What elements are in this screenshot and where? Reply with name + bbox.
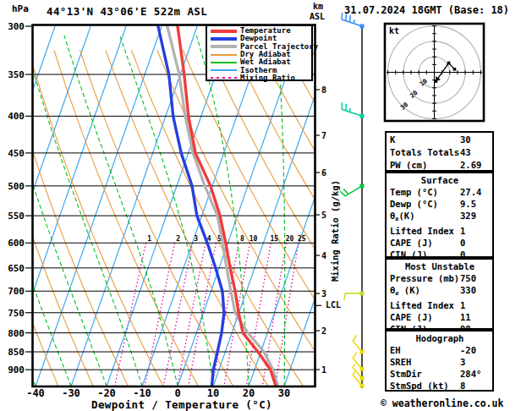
legend-item-label: Wet Adiabat — [240, 58, 291, 66]
mixing-ratio-value-label: 3 — [194, 235, 198, 243]
isotherm-line — [36, 26, 162, 386]
wind-barb-staff — [345, 186, 362, 196]
table-row-value: 3 — [460, 356, 490, 368]
page-title: 44°13'N 43°06'E 522m ASL — [47, 5, 207, 18]
table-row-value: 43 — [460, 146, 490, 159]
mixing-ratio-line — [115, 243, 146, 386]
km-tick-label: 6 — [321, 168, 326, 178]
table-row-label: Lifted Index — [390, 225, 460, 237]
table-row-label: θe(K) — [390, 210, 460, 225]
table-row-label: Pressure (mb) — [390, 272, 460, 284]
pressure-tick-label: 800 — [8, 328, 25, 339]
table-row: Totals Totals43 — [390, 146, 490, 159]
table-row-value: 1 — [460, 225, 490, 237]
hodograph-unit-label: kt — [389, 26, 399, 36]
pressure-tick-label: 300 — [8, 21, 25, 32]
table-row: Lifted Index1 — [390, 299, 490, 311]
hodograph-stats-panel: Hodograph EH-20SREH3StmDir284°StmSpd (kt… — [385, 330, 494, 392]
wind-barb-feather — [343, 189, 348, 195]
panel-title: Surface — [390, 174, 490, 186]
table-row-label: Totals Totals — [390, 146, 460, 159]
x-axis-title: Dewpoint / Temperature (°C) — [84, 398, 280, 411]
km-tick-label: 4 — [321, 251, 326, 260]
table-row-label: CAPE (J) — [390, 237, 460, 249]
legend-row: Mixing Ratio — [211, 74, 311, 82]
mixing-ratio-value-label: 15 — [271, 235, 279, 243]
wind-barb-staff — [353, 341, 362, 352]
legend-swatch — [211, 45, 237, 48]
wind-barb-staff — [342, 19, 362, 26]
altitude-axis-unit: km ASL — [310, 2, 325, 22]
pressure-tick-label: 900 — [8, 364, 25, 375]
table-row-value: 330 — [460, 284, 490, 299]
datetime-label: 31.07.2024 18GMT (Base: 18) — [344, 4, 509, 16]
wind-barb-staff — [353, 358, 362, 369]
legend-swatch — [211, 30, 237, 33]
wind-barb-feather — [340, 191, 345, 196]
table-row-label: Lifted Index — [390, 299, 460, 311]
lcl-label: LCL — [326, 300, 341, 310]
legend-swatch — [211, 62, 237, 63]
km-tick-label: 5 — [321, 211, 326, 220]
legend-swatch — [211, 54, 237, 56]
km-tick-label: 8 — [321, 85, 326, 95]
pressure-axis-unit: hPa — [12, 3, 29, 14]
wet-adiabat-line — [23, 36, 142, 386]
table-row-value: -20 — [460, 344, 490, 356]
mixing-ratio-value-label: 20 — [286, 235, 294, 243]
mixing-ratio-value-label: 10 — [250, 235, 258, 243]
table-row-value: 750 — [460, 272, 490, 284]
pressure-tick-label: 750 — [8, 308, 25, 319]
mixing-ratio-axis-title: Mixing Ratio (g/kg) — [330, 176, 340, 287]
table-row: CAPE (J)0 — [390, 237, 490, 249]
temp-tick-label: -10 — [133, 387, 151, 399]
wind-barb-feather — [346, 104, 347, 111]
pressure-tick-label: 500 — [8, 181, 25, 192]
pressure-tick-label: 850 — [8, 347, 25, 358]
temp-tick-label: -30 — [62, 387, 80, 399]
wind-barb-feather — [342, 13, 343, 19]
legend-swatch — [211, 77, 237, 79]
wind-barb-feather — [353, 335, 357, 341]
table-row-label: PW (cm) — [390, 159, 460, 172]
sounding-page: 1234581015202530035040045050055060065070… — [0, 0, 532, 411]
panel-title: Hodograph — [390, 332, 490, 344]
mixing-ratio-value-label: 2 — [176, 235, 180, 243]
wind-barb-half-feather — [353, 364, 355, 368]
table-row-value: 1 — [460, 299, 490, 311]
table-row-label: SREH — [390, 356, 460, 368]
legend-item-label: Mixing Ratio — [240, 74, 295, 82]
table-row-label: StmSpd (kt) — [390, 380, 460, 392]
pressure-tick-label: 350 — [8, 69, 25, 80]
legend: TemperatureDewpointParcel TrajectoryDry … — [206, 25, 313, 81]
table-row-value: 27.4 — [460, 186, 490, 198]
indices-panel: K30Totals Totals43PW (cm)2.69 — [385, 131, 494, 172]
table-row: K30 — [390, 134, 490, 146]
wet-adiabat-line — [355, 36, 385, 386]
mixing-ratio-line — [276, 243, 299, 386]
pressure-tick-label: 650 — [8, 263, 25, 274]
wet-adiabat-line — [120, 36, 214, 386]
table-row-value: 11 — [460, 311, 490, 323]
table-row: θe(K)329 — [390, 210, 490, 225]
altitude-unit-km: km — [310, 2, 325, 12]
altitude-unit-asl: ASL — [310, 12, 325, 22]
wind-barb-half-feather — [353, 371, 355, 375]
wind-barb — [344, 291, 365, 300]
temp-tick-label: 20 — [243, 387, 255, 399]
wind-barb — [340, 184, 364, 196]
wind-barb-feather — [353, 353, 357, 359]
dry-adiabat-line — [29, 51, 164, 386]
table-row: Pressure (mb)750 — [390, 272, 490, 284]
temp-tick-label: -20 — [97, 387, 116, 399]
hodograph: 102030 — [385, 24, 484, 121]
table-row-label: CAPE (J) — [390, 311, 460, 323]
km-tick-label: 2 — [321, 326, 326, 336]
table-row: CAPE (J)11 — [390, 311, 490, 323]
table-row-label: StmDir — [390, 368, 460, 380]
table-row-value: 284° — [460, 368, 490, 380]
hodograph-trace-point — [447, 62, 451, 65]
table-row: PW (cm)2.69 — [390, 159, 490, 172]
copyright: © weatheronline.co.uk — [381, 397, 503, 409]
surface-panel: Surface Temp (°C)27.4Dewp (°C)9.5θe(K)32… — [385, 172, 494, 258]
